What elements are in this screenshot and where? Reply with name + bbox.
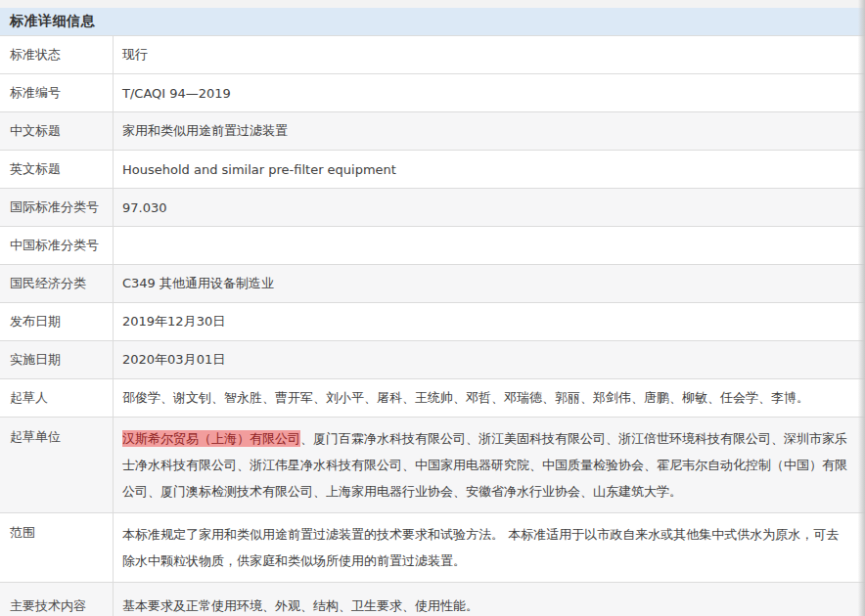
row-label: 主要技术内容 bbox=[0, 583, 113, 616]
table-row-ccs-number: 中国标准分类号 bbox=[0, 226, 865, 264]
row-value: Household and similar pre-filter equipme… bbox=[113, 151, 865, 188]
row-value bbox=[113, 227, 865, 264]
table-row-standard-number: 标准编号 T/CAQI 94—2019 bbox=[0, 73, 865, 111]
row-value: 2019年12月30日 bbox=[113, 303, 865, 340]
row-value: T/CAQI 94—2019 bbox=[113, 74, 865, 111]
page-top-strip bbox=[0, 0, 865, 8]
table-row-economy-class: 国民经济分类 C349 其他通用设备制造业 bbox=[0, 264, 865, 302]
drafting-organizations-text: 汉斯希尔贸易（上海）有限公司、厦门百霖净水科技有限公司、浙江美固科技有限公司、浙… bbox=[122, 425, 851, 505]
row-label: 国民经济分类 bbox=[0, 265, 113, 302]
scope-text: 本标准规定了家用和类似用途前置过滤装置的技术要求和试验方法。 本标准适用于以市政… bbox=[122, 521, 851, 574]
table-row-publish-date: 发布日期 2019年12月30日 bbox=[0, 302, 865, 340]
table-row-chinese-title: 中文标题 家用和类似用途前置过滤装置 bbox=[0, 111, 865, 150]
table-row-main-technical-content: 主要技术内容 基本要求及正常使用环境、外观、结构、卫生要求、使用性能。 bbox=[0, 582, 865, 616]
row-label: 中国标准分类号 bbox=[0, 227, 113, 264]
row-value: 97.030 bbox=[113, 189, 865, 226]
row-value: C349 其他通用设备制造业 bbox=[113, 265, 865, 302]
row-value: 基本要求及正常使用环境、外观、结构、卫生要求、使用性能。 bbox=[113, 583, 865, 616]
row-value: 家用和类似用途前置过滤装置 bbox=[113, 112, 865, 150]
row-label: 中文标题 bbox=[0, 112, 113, 150]
row-value: 现行 bbox=[113, 36, 865, 73]
row-value: 邵俊学、谢文钊、智永胜、曹开军、刘小平、屠科、王统帅、邓哲、邓瑞德、郭丽、郑剑伟… bbox=[113, 379, 865, 417]
highlighted-company: 汉斯希尔贸易（上海）有限公司 bbox=[122, 430, 300, 447]
table-row-implement-date: 实施日期 2020年03月01日 bbox=[0, 340, 865, 378]
row-label: 范围 bbox=[0, 513, 113, 582]
row-label: 英文标题 bbox=[0, 151, 113, 188]
row-label: 实施日期 bbox=[0, 341, 113, 378]
row-value: 汉斯希尔贸易（上海）有限公司、厦门百霖净水科技有限公司、浙江美固科技有限公司、浙… bbox=[113, 418, 865, 512]
row-value: 本标准规定了家用和类似用途前置过滤装置的技术要求和试验方法。 本标准适用于以市政… bbox=[113, 513, 865, 582]
table-row-drafting-organizations: 起草单位 汉斯希尔贸易（上海）有限公司、厦门百霖净水科技有限公司、浙江美固科技有… bbox=[0, 417, 865, 512]
table-row-ics-number: 国际标准分类号 97.030 bbox=[0, 188, 865, 226]
standard-detail-panel: 标准详细信息 标准状态 现行 标准编号 T/CAQI 94—2019 中文标题 … bbox=[0, 8, 865, 616]
standard-detail-table: 标准状态 现行 标准编号 T/CAQI 94—2019 中文标题 家用和类似用途… bbox=[0, 35, 865, 616]
row-value: 2020年03月01日 bbox=[113, 341, 865, 378]
table-row-standard-status: 标准状态 现行 bbox=[0, 35, 865, 73]
table-row-drafters: 起草人 邵俊学、谢文钊、智永胜、曹开军、刘小平、屠科、王统帅、邓哲、邓瑞德、郭丽… bbox=[0, 378, 865, 417]
row-label: 国际标准分类号 bbox=[0, 189, 113, 226]
row-label: 发布日期 bbox=[0, 303, 113, 340]
row-label: 标准状态 bbox=[0, 36, 113, 73]
row-label: 标准编号 bbox=[0, 74, 113, 111]
table-row-english-title: 英文标题 Household and similar pre-filter eq… bbox=[0, 150, 865, 188]
row-label: 起草人 bbox=[0, 379, 113, 417]
table-row-scope: 范围 本标准规定了家用和类似用途前置过滤装置的技术要求和试验方法。 本标准适用于… bbox=[0, 512, 865, 582]
row-label: 起草单位 bbox=[0, 418, 113, 512]
panel-title: 标准详细信息 bbox=[0, 8, 865, 35]
